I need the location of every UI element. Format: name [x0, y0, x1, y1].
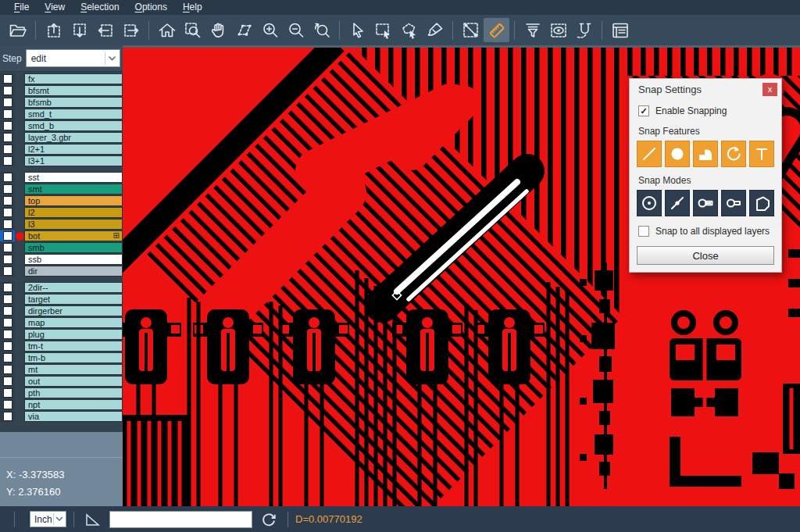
layer-visibility-checkbox[interactable]: [3, 173, 12, 182]
snap-feature-icon[interactable]: [721, 190, 746, 216]
highlight-brush-icon[interactable]: [422, 18, 448, 42]
layer-name[interactable]: top: [24, 195, 123, 206]
layer-visibility-checkbox[interactable]: [3, 109, 12, 119]
layer-visibility-checkbox[interactable]: [3, 145, 12, 154]
layer-name[interactable]: l2+1: [24, 144, 123, 155]
zoom-in-icon[interactable]: [257, 18, 283, 42]
layer-name[interactable]: dirgerber: [24, 305, 123, 316]
layer-name[interactable]: bfsmt: [24, 85, 123, 96]
layer-name[interactable]: 2dir--: [24, 282, 123, 293]
menu-help[interactable]: Help: [175, 1, 210, 14]
ruler-measure-icon[interactable]: [484, 18, 509, 42]
pan-up-icon[interactable]: [41, 18, 66, 42]
refresh-measure-icon[interactable]: [259, 510, 279, 529]
query-form-icon[interactable]: [607, 18, 633, 42]
snap-midpoint-icon[interactable]: [665, 190, 690, 216]
layer-name[interactable]: sst: [24, 172, 123, 183]
layer-name[interactable]: out: [24, 376, 123, 387]
open-file-icon[interactable]: [5, 18, 30, 42]
layer-visibility-checkbox[interactable]: [3, 318, 12, 327]
layer-visibility-checkbox[interactable]: [3, 388, 12, 398]
zoom-window-icon[interactable]: [180, 18, 205, 42]
layer-visibility-checkbox[interactable]: [3, 220, 12, 229]
layer-name[interactable]: l2: [24, 207, 123, 218]
snap-arc-icon[interactable]: [721, 141, 746, 167]
layer-name[interactable]: pth: [24, 387, 123, 398]
layer-visibility-checkbox[interactable]: [3, 243, 12, 252]
layer-visibility-checkbox[interactable]: [3, 306, 12, 316]
unit-select[interactable]: Inch: [30, 511, 66, 527]
snap-text-icon[interactable]: [749, 141, 774, 167]
layer-name[interactable]: target: [24, 294, 123, 305]
layer-visibility-checkbox[interactable]: [3, 283, 12, 292]
view-options-icon[interactable]: [545, 18, 571, 42]
layer-visibility-checkbox[interactable]: [3, 74, 12, 84]
pan-hand-icon[interactable]: [205, 18, 231, 42]
menu-options[interactable]: Options: [127, 1, 175, 14]
layer-name[interactable]: smb: [24, 242, 123, 253]
zoom-previous-icon[interactable]: [309, 18, 334, 42]
menu-file[interactable]: File: [6, 1, 37, 14]
layer-name[interactable]: tm-t: [24, 341, 123, 352]
layer-visibility-checkbox[interactable]: [3, 353, 12, 362]
layer-visibility-checkbox[interactable]: [3, 98, 12, 107]
menu-selection[interactable]: Selection: [73, 1, 127, 14]
enable-snapping-checkbox[interactable]: ✓: [638, 105, 649, 116]
snap-feature-slot-icon[interactable]: [693, 190, 718, 216]
layer-name[interactable]: l3+1: [24, 155, 123, 166]
snap-contour-icon[interactable]: [749, 190, 774, 216]
measure-input[interactable]: [109, 511, 252, 528]
layer-name[interactable]: plug: [24, 329, 123, 340]
snap-pad-icon[interactable]: [665, 141, 690, 167]
layer-visibility-checkbox[interactable]: [3, 208, 12, 217]
layer-visibility-checkbox[interactable]: [3, 133, 12, 142]
layer-name[interactable]: smt: [24, 184, 123, 195]
layer-name[interactable]: bfsmb: [24, 97, 123, 108]
layer-visibility-checkbox[interactable]: [3, 377, 12, 386]
select-polygon-icon[interactable]: [396, 18, 422, 42]
layer-name[interactable]: npt: [24, 399, 123, 410]
layer-visibility-checkbox[interactable]: [3, 295, 12, 304]
measure-point-to-point-icon[interactable]: [458, 18, 484, 42]
layer-visibility-checkbox[interactable]: [3, 121, 12, 130]
layer-visibility-checkbox[interactable]: [3, 184, 12, 194]
zoom-out-icon[interactable]: [283, 18, 309, 42]
pan-left-icon[interactable]: [92, 18, 118, 42]
layer-name[interactable]: map: [24, 317, 123, 328]
layer-visibility-checkbox[interactable]: [3, 196, 12, 205]
dialog-title-bar[interactable]: Snap Settings x: [630, 79, 781, 99]
step-select[interactable]: edit: [26, 49, 120, 67]
pan-down-icon[interactable]: [66, 18, 92, 42]
filter-icon[interactable]: [520, 18, 545, 42]
layer-name[interactable]: l3: [24, 219, 123, 230]
layer-name[interactable]: smd_b: [24, 120, 123, 131]
zoom-area-icon[interactable]: [231, 18, 257, 42]
layer-visibility-checkbox[interactable]: [3, 231, 12, 241]
layer-visibility-checkbox[interactable]: [3, 86, 12, 95]
dialog-close-icon[interactable]: x: [762, 83, 777, 96]
layer-visibility-checkbox[interactable]: [3, 400, 12, 409]
layer-name[interactable]: smd_t: [24, 109, 123, 120]
layer-visibility-checkbox[interactable]: [3, 341, 12, 351]
snap-line-icon[interactable]: [637, 141, 662, 167]
layer-name[interactable]: ssb: [24, 254, 123, 265]
layer-name[interactable]: bot ⊞: [24, 230, 123, 241]
snap-center-icon[interactable]: [637, 190, 662, 216]
menu-view[interactable]: View: [37, 1, 73, 14]
layer-visibility-checkbox[interactable]: [3, 255, 12, 264]
snap-all-layers-checkbox[interactable]: [638, 226, 649, 237]
layer-visibility-checkbox[interactable]: [3, 156, 12, 166]
layer-visibility-checkbox[interactable]: [3, 365, 12, 374]
home-view-icon[interactable]: [154, 18, 180, 42]
layer-visibility-checkbox[interactable]: [3, 266, 12, 276]
close-button[interactable]: Close: [637, 246, 774, 265]
snap-surface-icon[interactable]: [693, 141, 718, 167]
layer-visibility-checkbox[interactable]: [3, 412, 12, 421]
select-cursor-icon[interactable]: [345, 18, 370, 42]
layer-name[interactable]: via: [24, 411, 123, 422]
select-rectangle-icon[interactable]: [370, 18, 396, 42]
layer-name[interactable]: fx: [24, 73, 123, 84]
snap-magnet-icon[interactable]: [571, 18, 597, 42]
pan-right-icon[interactable]: [118, 18, 144, 42]
layer-name[interactable]: layer_3.gbr: [24, 132, 123, 143]
